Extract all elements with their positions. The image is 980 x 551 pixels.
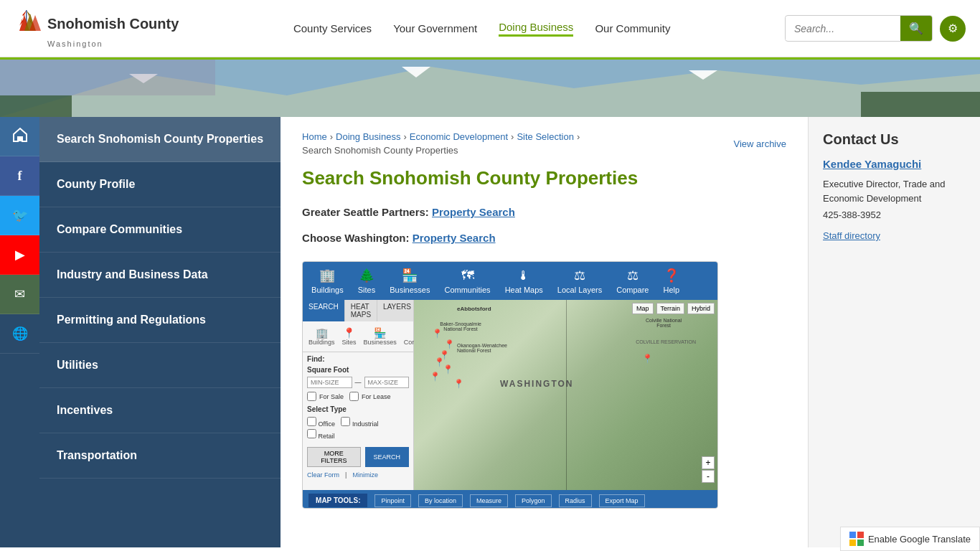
breadcrumb-sep-3: ›: [511, 131, 514, 142]
hero-banner: [0, 60, 980, 117]
map-retail-checkbox[interactable]: [307, 429, 316, 438]
communities-icon: 🗺: [461, 268, 474, 283]
map-toolbar-compare[interactable]: ⚖ Compare: [616, 268, 649, 294]
map-radius-btn[interactable]: Radius: [559, 494, 592, 507]
breadcrumb-doing-business[interactable]: Doing Business: [336, 131, 400, 142]
map-export-btn[interactable]: Export Map: [599, 494, 645, 507]
settings-button[interactable]: ⚙: [940, 16, 966, 42]
map-toolbar-sites[interactable]: 🌲 Sites: [358, 268, 375, 294]
map-measure-btn[interactable]: Measure: [470, 494, 508, 507]
sidebar-item-permitting[interactable]: Permitting and Regulations: [39, 298, 281, 343]
map-type-office[interactable]: Office Industrial: [307, 417, 409, 428]
map-toolbar-heatmaps[interactable]: 🌡 Heat Maps: [505, 268, 543, 294]
map-toolbar-communities[interactable]: 🗺 Communities: [444, 268, 490, 294]
social-icon-home[interactable]: [0, 117, 39, 156]
sidebar-item-search-properties[interactable]: Search Snohomish County Properties: [39, 117, 281, 162]
sidebar-item-incentives[interactable]: Incentives: [39, 388, 281, 433]
map-icon-sites[interactable]: 📍 Sites: [339, 326, 359, 347]
sidebar-item-county-profile[interactable]: County Profile: [39, 162, 281, 207]
social-icon-globe[interactable]: 🌐: [0, 314, 39, 354]
sidebar-item-transportation[interactable]: Transportation: [39, 433, 281, 479]
social-icon-youtube[interactable]: ▶: [0, 235, 39, 275]
settings-icon: ⚙: [948, 22, 958, 35]
map-by-location-btn[interactable]: By location: [418, 494, 463, 507]
search-input[interactable]: [786, 17, 900, 40]
map-search-button[interactable]: SEARCH: [365, 447, 410, 467]
map-view-terrain[interactable]: Terrain: [656, 303, 685, 314]
translate-label[interactable]: Enable Google Translate: [868, 534, 971, 545]
view-archive-link[interactable]: View archive: [734, 138, 786, 149]
map-industrial-label: Industrial: [352, 420, 379, 428]
map-icon-buildings[interactable]: 🏢 Buildings: [306, 326, 338, 347]
property-search-link-2[interactable]: Property Search: [413, 232, 496, 244]
map-tools-button[interactable]: MAP TOOLS:: [308, 494, 367, 507]
nav-doing-business[interactable]: Doing Business: [499, 21, 573, 37]
map-toolbar: 🏢 Buildings 🌲 Sites 🏪 Businesses 🗺 Commu…: [303, 262, 717, 300]
breadcrumb-home[interactable]: Home: [302, 131, 327, 142]
nav-our-community[interactable]: Our Community: [595, 22, 670, 34]
map-min-input[interactable]: [307, 377, 352, 388]
map-range-separator: —: [355, 379, 362, 386]
map-pinpoint-btn[interactable]: Pinpoint: [374, 494, 411, 507]
breadcrumb-economic-dev[interactable]: Economic Development: [410, 131, 508, 142]
map-view-map[interactable]: Map: [632, 303, 654, 314]
map-toolbar-local-layers[interactable]: ⚖ Local Layers: [557, 268, 602, 294]
map-tab-layers[interactable]: LAYERS: [377, 300, 418, 321]
map-type-retail[interactable]: Retail: [307, 429, 409, 440]
property-search-link-1[interactable]: Property Search: [432, 206, 515, 218]
map-icon-label: Buildings: [308, 339, 335, 346]
map-zoom-out[interactable]: -: [702, 470, 715, 483]
map-btn-row: MORE FILTERS SEARCH: [303, 443, 413, 471]
search-button[interactable]: 🔍: [900, 16, 932, 41]
twitter-icon: 🐦: [12, 207, 28, 223]
map-polygon-btn[interactable]: Polygon: [515, 494, 552, 507]
map-toolbar-businesses[interactable]: 🏪 Businesses: [390, 268, 430, 294]
contact-name[interactable]: Kendee Yamaguchi: [823, 158, 966, 170]
sidebar-item-compare-communities[interactable]: Compare Communities: [39, 207, 281, 253]
map-zoom-in[interactable]: +: [702, 456, 715, 469]
map-industrial-checkbox[interactable]: [341, 417, 350, 426]
map-tab-heatmaps[interactable]: HEAT MAPS: [345, 300, 377, 321]
map-forsale-checkbox[interactable]: [307, 392, 316, 401]
breadcrumb-site-selection[interactable]: Site Selection: [517, 131, 574, 142]
map-toolbar-buildings[interactable]: 🏢 Buildings: [311, 268, 344, 294]
map-view-controls: Map Terrain Hybrid: [632, 303, 715, 314]
social-icon-email[interactable]: ✉: [0, 275, 39, 314]
map-office-checkbox[interactable]: [307, 417, 316, 426]
contact-role: Executive Director, Trade and Economic D…: [823, 177, 966, 205]
map-sqft-label: Square Foot: [303, 364, 413, 375]
map-view-hybrid[interactable]: Hybrid: [687, 303, 715, 314]
map-pin-7: 📍: [453, 379, 464, 389]
email-icon: ✉: [14, 286, 25, 302]
map-toolbar-help[interactable]: ❓ Help: [663, 268, 679, 294]
map-pin-2: 📍: [444, 339, 455, 349]
logo-area[interactable]: Snohomish County Washington: [14, 9, 179, 48]
map-icon-businesses[interactable]: 🏪 Businesses: [361, 326, 400, 347]
nav-county-services[interactable]: County Services: [293, 22, 372, 34]
map-pin-8: 📍: [642, 354, 653, 364]
map-right-panel: Map Terrain Hybrid eAbbotsford Baker-Sno…: [414, 300, 717, 490]
sidebar-item-industry-business[interactable]: Industry and Business Data: [39, 253, 281, 298]
map-toolbar-label: Heat Maps: [505, 286, 543, 294]
svg-rect-13: [0, 60, 215, 95]
staff-directory-link[interactable]: Staff directory: [823, 230, 966, 241]
nav-your-government[interactable]: Your Government: [393, 22, 477, 34]
map-clear-form-link[interactable]: Clear Form: [307, 471, 339, 479]
map-forlease-checkbox[interactable]: [349, 392, 359, 401]
map-forsale-label[interactable]: For Sale: [307, 392, 344, 401]
map-more-filters-button[interactable]: MORE FILTERS: [307, 447, 360, 467]
map-minimize-link[interactable]: Minimize: [352, 471, 378, 479]
sidebar-item-utilities[interactable]: Utilities: [39, 343, 281, 388]
map-toolbar-label: Compare: [616, 286, 649, 294]
map-tab-search[interactable]: SEARCH: [303, 300, 345, 321]
content-area: Home › Doing Business › Economic Develop…: [281, 117, 808, 547]
map-divider-line: [566, 300, 567, 490]
social-icon-facebook[interactable]: f: [0, 156, 39, 196]
map-forlease-label[interactable]: For Lease: [349, 392, 391, 401]
map-clear-row: Clear Form | Minimize: [303, 471, 413, 481]
map-max-input[interactable]: [364, 377, 410, 388]
sidebar-item-label: County Profile: [57, 178, 135, 190]
page-header: Snohomish County Washington County Servi…: [0, 0, 980, 57]
social-icon-twitter[interactable]: 🐦: [0, 196, 39, 235]
social-icons: f 🐦 ▶ ✉ 🌐: [0, 117, 39, 547]
